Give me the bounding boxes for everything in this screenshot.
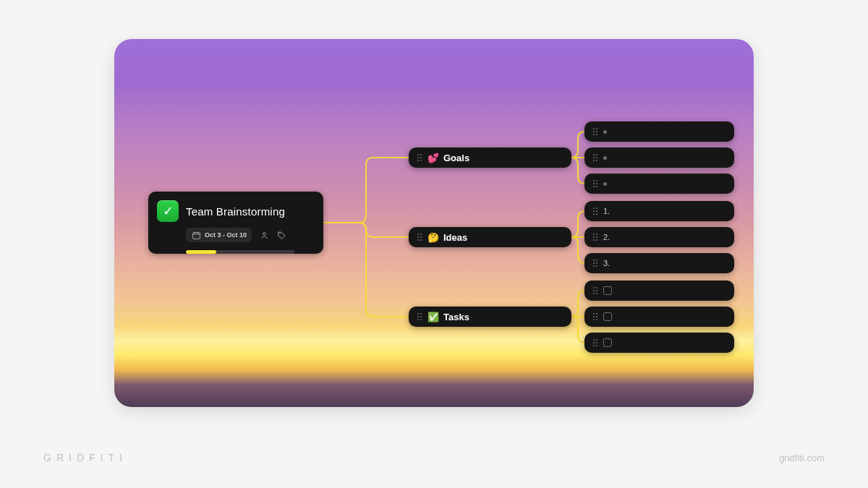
drag-handle-icon[interactable] [593, 207, 597, 215]
tag-icon[interactable] [276, 230, 286, 240]
bullet-icon [603, 182, 607, 186]
leaf-number: 1. [603, 207, 610, 215]
brand-watermark: GRIDFITI [43, 452, 127, 463]
leaf-node[interactable] [584, 174, 734, 194]
checkbox-icon[interactable] [603, 286, 612, 295]
checkbox-icon[interactable] [603, 338, 612, 347]
leaf-node[interactable] [584, 147, 734, 168]
drag-handle-icon[interactable] [593, 128, 597, 135]
date-range-chip[interactable]: Oct 3 - Oct 10 [186, 228, 252, 242]
leaf-node[interactable]: 1. [584, 201, 734, 221]
drag-handle-icon[interactable] [417, 313, 422, 320]
leaf-node[interactable]: 2. [584, 227, 734, 247]
root-node[interactable]: ✓ Team Brainstorming Oct 3 - Oct 10 [148, 192, 323, 254]
svg-point-1 [263, 232, 265, 234]
progress-bar [186, 250, 294, 254]
drag-handle-icon[interactable] [417, 154, 422, 161]
category-label: Ideas [443, 232, 467, 243]
drag-handle-icon[interactable] [417, 234, 422, 241]
leaf-node[interactable] [584, 281, 734, 301]
person-icon[interactable] [259, 230, 269, 240]
category-label: Goals [443, 153, 469, 163]
brand-url: gridfiti.com [779, 453, 825, 463]
ideas-emoji-icon: 🤔 [427, 233, 439, 242]
drag-handle-icon[interactable] [593, 234, 597, 241]
category-label: Tasks [443, 312, 469, 322]
leaf-node[interactable] [584, 121, 734, 142]
category-node-goals[interactable]: 💕Goals [409, 147, 571, 168]
drag-handle-icon[interactable] [593, 287, 597, 294]
drag-handle-icon[interactable] [593, 260, 597, 267]
calendar-icon [191, 230, 201, 240]
root-title: Team Brainstorming [186, 205, 285, 218]
svg-rect-0 [192, 232, 200, 239]
checkbox-icon[interactable] [603, 312, 612, 321]
drag-handle-icon[interactable] [593, 339, 597, 346]
leaf-node[interactable] [584, 333, 734, 353]
leaf-number: 3. [603, 259, 610, 267]
drag-handle-icon[interactable] [593, 180, 597, 187]
leaf-number: 2. [603, 233, 610, 241]
svg-point-2 [279, 233, 280, 234]
check-app-icon: ✓ [157, 200, 179, 222]
drag-handle-icon[interactable] [593, 313, 597, 320]
category-node-tasks[interactable]: ✅Tasks [409, 307, 571, 327]
bullet-icon [603, 130, 607, 134]
progress-fill [186, 250, 216, 254]
mindmap-canvas[interactable]: ✓ Team Brainstorming Oct 3 - Oct 10 💕Goa… [114, 39, 754, 407]
category-node-ideas[interactable]: 🤔Ideas [409, 227, 571, 247]
goals-emoji-icon: 💕 [427, 153, 439, 163]
leaf-node[interactable] [584, 307, 734, 327]
leaf-node[interactable]: 3. [584, 253, 734, 273]
tasks-emoji-icon: ✅ [427, 312, 439, 322]
drag-handle-icon[interactable] [593, 154, 597, 161]
bullet-icon [603, 156, 607, 160]
date-range-text: Oct 3 - Oct 10 [205, 231, 247, 239]
